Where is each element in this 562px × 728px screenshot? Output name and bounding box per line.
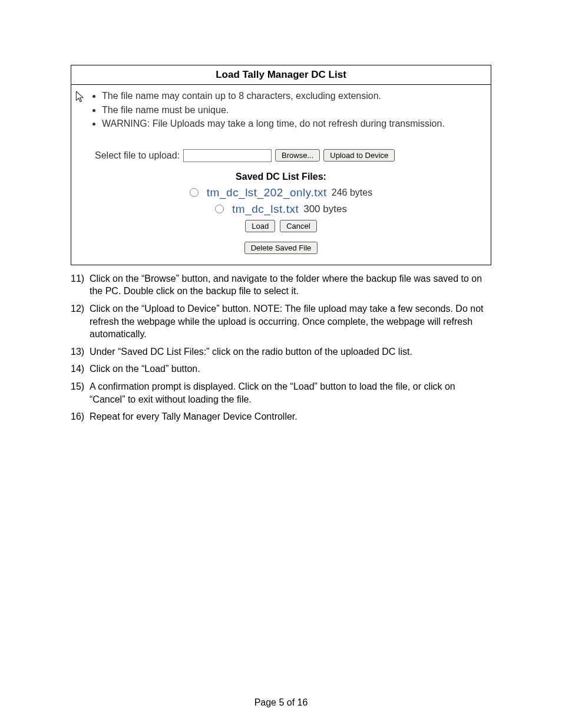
instruction-text: Click on the “Load” button. [90,363,200,375]
instruction-text: Under “Saved DC List Files:” click on th… [90,345,412,358]
instruction-item: 11) Click on the “Browse” button, and na… [71,272,491,298]
instruction-item: 15) A confirmation prompt is displayed. … [71,380,491,406]
instruction-item: 14) Click on the “Load” button. [71,363,491,375]
file-path-input[interactable] [183,149,272,162]
instruction-number: 14) [71,363,86,375]
instruction-number: 13) [71,345,86,358]
note-bullet: The file name may contain up to 8 charac… [102,90,445,103]
file-size: 300 bytes [303,203,347,215]
file-name-link[interactable]: tm_dc_lst.txt [232,203,299,216]
instruction-text: A confirmation prompt is displayed. Clic… [90,380,491,406]
page-footer: Page 5 of 16 [0,697,562,708]
instruction-number: 16) [71,410,86,423]
delete-saved-file-button[interactable]: Delete Saved File [244,242,318,254]
instruction-number: 12) [71,302,86,341]
cursor-icon [75,90,87,106]
instruction-item: 12) Click on the “Upload to Device” butt… [71,302,491,341]
file-radio[interactable] [190,188,199,197]
instruction-text: Click on the “Upload to Device” button. … [90,302,491,341]
instruction-text: Repeat for every Tally Manager Device Co… [90,410,297,423]
instruction-item: 16) Repeat for every Tally Manager Devic… [71,410,491,423]
instructions-list: 11) Click on the “Browse” button, and na… [71,272,491,423]
saved-file-row: tm_dc_lst_202_only.txt 246 bytes [83,185,479,201]
file-name-link[interactable]: tm_dc_lst_202_only.txt [207,186,327,199]
panel-title: Load Tally Manager DC List [71,65,491,85]
note-bullet: WARNING: File Uploads may take a long ti… [102,117,445,130]
upload-label: Select file to upload: [95,150,180,161]
note-bullet: The file name must be unique. [102,104,445,117]
instruction-text: Click on the “Browse” button, and naviga… [90,272,491,298]
file-size: 246 bytes [332,187,372,198]
cancel-button[interactable]: Cancel [280,220,316,232]
load-button[interactable]: Load [245,220,275,232]
instruction-number: 11) [71,272,86,298]
note-bullet-list: The file name may contain up to 8 charac… [90,90,445,131]
browse-button[interactable]: Browse... [275,149,320,162]
instruction-item: 13) Under “Saved DC List Files:” click o… [71,345,491,358]
saved-files-heading: Saved DC List Files: [83,172,479,182]
saved-file-row: tm_dc_lst.txt 300 bytes [83,201,479,218]
instruction-number: 15) [71,380,86,406]
upload-to-device-button[interactable]: Upload to Device [323,149,395,162]
load-dc-list-panel: Load Tally Manager DC List The file name… [71,65,491,265]
file-radio[interactable] [215,205,224,213]
